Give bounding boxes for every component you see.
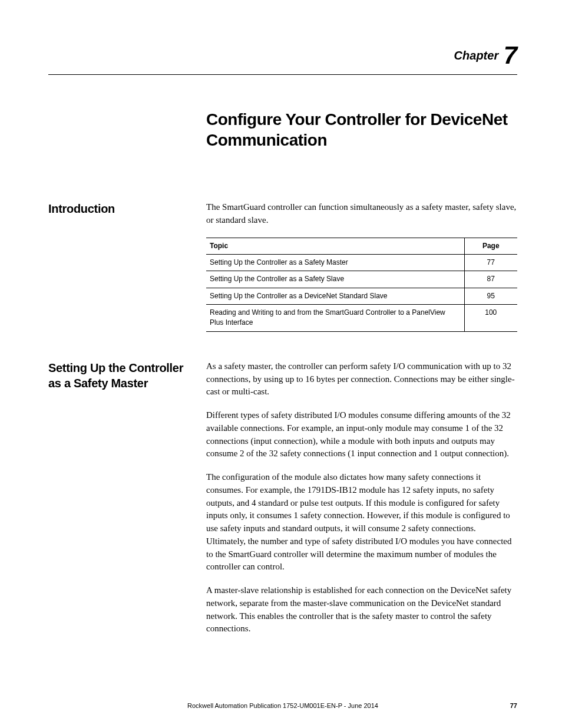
table-row: Setting Up the Controller as a DeviceNet… <box>206 288 517 304</box>
table-header-topic: Topic <box>206 238 464 254</box>
body-paragraph: The configuration of the module also dic… <box>206 471 517 574</box>
chapter-label: Chapter <box>454 49 499 62</box>
body-paragraph: Different types of safety distributed I/… <box>206 409 517 460</box>
body-paragraph: A master-slave relationship is establish… <box>206 584 517 635</box>
body-paragraph: As a safety master, the controller can p… <box>206 360 517 398</box>
intro-heading: Introduction <box>48 201 206 332</box>
table-cell-page: 100 <box>464 305 517 332</box>
table-cell-page: 95 <box>464 288 517 304</box>
chapter-number: 7 <box>504 41 517 69</box>
intro-text: The SmartGuard controller can function s… <box>206 201 517 227</box>
table-cell-topic: Setting Up the Controller as a DeviceNet… <box>206 288 464 304</box>
header-rule <box>48 74 517 75</box>
topic-table: Topic Page Setting Up the Controller as … <box>206 238 517 332</box>
table-header-page: Page <box>464 238 517 254</box>
table-row: Setting Up the Controller as a Safety Sl… <box>206 271 517 288</box>
table-row: Reading and Writing to and from the Smar… <box>206 305 517 332</box>
table-cell-topic: Reading and Writing to and from the Smar… <box>206 305 464 332</box>
chapter-header: Chapter 7 <box>48 41 517 70</box>
page-title: Configure Your Controller for DeviceNet … <box>206 109 517 150</box>
footer-publication: Rockwell Automation Publication 1752-UM0… <box>48 702 517 709</box>
introduction-section: Introduction The SmartGuard controller c… <box>48 201 517 332</box>
table-cell-page: 87 <box>464 271 517 288</box>
section-heading: Setting Up the Controller as a Safety Ma… <box>48 360 206 646</box>
safety-master-section: Setting Up the Controller as a Safety Ma… <box>48 360 517 646</box>
page-footer: Rockwell Automation Publication 1752-UM0… <box>48 702 517 709</box>
table-cell-topic: Setting Up the Controller as a Safety Ma… <box>206 254 464 271</box>
table-cell-page: 77 <box>464 254 517 271</box>
table-cell-topic: Setting Up the Controller as a Safety Sl… <box>206 271 464 288</box>
table-row: Setting Up the Controller as a Safety Ma… <box>206 254 517 271</box>
footer-page-number: 77 <box>510 702 517 709</box>
